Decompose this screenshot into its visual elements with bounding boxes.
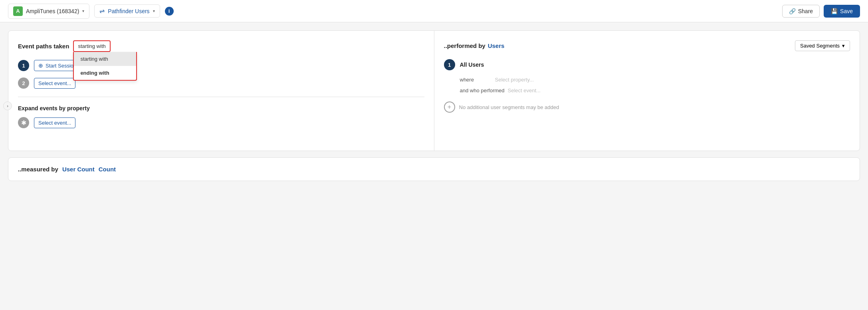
saved-segments-label: Saved Segments — [800, 43, 840, 49]
panel-body: Event paths taken starting with starting… — [8, 31, 860, 151]
performed-by-prefix: ..performed by — [444, 42, 486, 49]
save-label: Save — [840, 8, 853, 14]
link-icon: 🔗 — [789, 8, 796, 14]
main-content: › Event paths taken starting with starti… — [0, 22, 868, 189]
panels-wrapper: › Event paths taken starting with starti… — [8, 30, 860, 181]
right-section: ..performed by Users Saved Segments ▾ 1 … — [434, 31, 860, 151]
pathfinder-name: Pathfinder Users — [108, 8, 149, 14]
select-property-placeholder[interactable]: Select property... — [495, 77, 534, 83]
starting-with-button[interactable]: starting with — [73, 40, 110, 52]
pathfinder-chevron-icon: ▾ — [153, 9, 155, 13]
no-segments-text: No additional user segments may be added — [459, 104, 559, 110]
expand-select-event-button[interactable]: Select event... — [34, 117, 75, 128]
info-icon[interactable]: i — [165, 7, 174, 16]
event-paths-label: Event paths taken — [18, 43, 69, 50]
main-panel: Event paths taken starting with starting… — [8, 30, 860, 151]
select-event-button-step2[interactable]: Select event... — [34, 78, 75, 89]
add-segment-icon[interactable]: + — [444, 101, 455, 113]
share-label: Share — [798, 8, 813, 14]
and-who-label: and who performed — [460, 87, 505, 93]
dropdown-item-ending-with[interactable]: ending with — [74, 66, 136, 80]
where-filter-row: where Select property... — [444, 77, 850, 83]
all-users-label: All Users — [460, 62, 484, 68]
select-event-label-step2: Select event... — [38, 80, 71, 86]
where-label: where — [460, 77, 492, 83]
dropdown-item-starting-with[interactable]: starting with — [74, 52, 136, 66]
saved-segments-chevron-icon: ▾ — [842, 43, 845, 49]
count-link[interactable]: Count — [99, 166, 116, 173]
event-paths-title: Event paths taken starting with starting… — [18, 40, 424, 52]
starting-with-menu: starting with ending with — [73, 52, 137, 81]
pathfinder-icon: ⇌ — [99, 7, 105, 15]
app-chevron-icon: ▾ — [82, 9, 84, 13]
navbar: A AmpliTunes (168342) ▾ ⇌ Pathfinder Use… — [0, 0, 868, 22]
measured-by-prefix: ..measured by — [18, 166, 58, 173]
save-button[interactable]: 💾 Save — [824, 5, 860, 18]
app-name: AmpliTunes (168342) — [26, 8, 79, 14]
expand-select-event-label: Select event... — [38, 120, 71, 126]
expand-event-row: ✱ Select event... — [18, 117, 424, 128]
left-section: Event paths taken starting with starting… — [8, 31, 434, 151]
share-button[interactable]: 🔗 Share — [782, 5, 820, 18]
performed-by-text: ..performed by Users — [444, 42, 505, 49]
pathfinder-selector[interactable]: ⇌ Pathfinder Users ▾ — [94, 4, 160, 18]
user-count-link[interactable]: User Count — [62, 166, 95, 173]
saved-segments-button[interactable]: Saved Segments ▾ — [795, 40, 850, 51]
event-plus-icon: ⊕ — [38, 62, 43, 69]
app-selector[interactable]: A AmpliTunes (168342) ▾ — [8, 4, 89, 19]
app-icon: A — [13, 6, 23, 16]
bottom-panel: ..measured by User Count Count — [8, 157, 860, 181]
and-who-filter-row: and who performed Select event... — [444, 87, 850, 93]
all-users-row: 1 All Users — [444, 59, 850, 70]
expand-section: Expand events by property ✱ Select event… — [18, 105, 424, 128]
all-users-badge: 1 — [444, 59, 455, 70]
navbar-right: 🔗 Share 💾 Save — [782, 5, 860, 18]
right-header: ..performed by Users Saved Segments ▾ — [444, 40, 850, 51]
select-event-placeholder[interactable]: Select event... — [508, 87, 541, 93]
expand-title: Expand events by property — [18, 105, 424, 111]
add-segment-row: + No additional user segments may be add… — [444, 101, 850, 113]
divider — [18, 97, 424, 97]
save-icon: 💾 — [831, 8, 838, 14]
step-badge-2: 2 — [18, 78, 29, 89]
step-badge-1: 1 — [18, 60, 29, 71]
starting-with-dropdown: starting with starting with ending with — [73, 40, 110, 52]
navbar-left: A AmpliTunes (168342) ▾ ⇌ Pathfinder Use… — [8, 4, 174, 19]
asterisk-badge: ✱ — [18, 117, 29, 128]
performed-by-link[interactable]: Users — [488, 42, 505, 49]
